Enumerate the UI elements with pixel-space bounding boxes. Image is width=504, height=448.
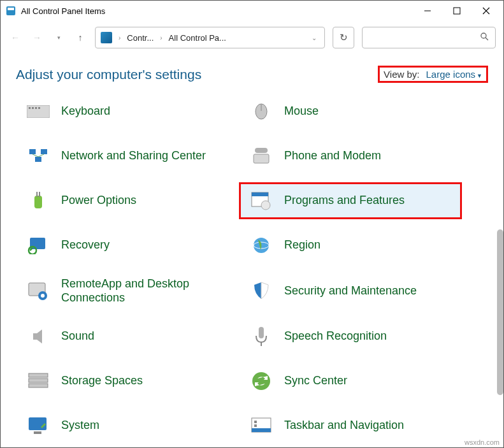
- minimize-button[interactable]: [413, 2, 442, 20]
- item-label: Speech Recognition: [284, 329, 387, 343]
- item-label: Security and Maintenance: [284, 284, 417, 298]
- forward-button[interactable]: →: [30, 31, 44, 45]
- item-label: Recovery: [61, 238, 110, 252]
- item-sync[interactable]: Sync Center: [239, 363, 462, 400]
- svg-rect-1: [8, 8, 14, 10]
- breadcrumb-2[interactable]: All Control Pa...: [169, 33, 226, 43]
- item-label: Region: [284, 238, 320, 252]
- back-button[interactable]: ←: [8, 31, 22, 45]
- svg-point-6: [481, 33, 486, 38]
- item-label: Sound: [61, 329, 94, 343]
- watermark: wsxdn.com: [464, 438, 500, 446]
- item-mouse[interactable]: Mouse: [239, 93, 462, 130]
- item-speech[interactable]: Speech Recognition: [239, 318, 462, 355]
- keyboard-icon: [24, 99, 52, 124]
- item-label: Taskbar and Navigation: [284, 419, 404, 433]
- close-button[interactable]: [472, 2, 501, 20]
- svg-rect-42: [34, 431, 41, 434]
- item-network[interactable]: Network and Sharing Center: [16, 138, 239, 175]
- item-storage[interactable]: Storage Spaces: [16, 363, 239, 400]
- sound-icon: [24, 324, 52, 349]
- speech-icon: [247, 324, 275, 349]
- item-remoteapp[interactable]: RemoteApp and Desktop Connections: [16, 271, 239, 310]
- maximize-button[interactable]: [442, 2, 472, 20]
- view-by-value: Large icons: [426, 69, 476, 80]
- power-icon: [24, 188, 52, 213]
- svg-line-19: [38, 154, 44, 157]
- recovery-icon: [24, 233, 52, 258]
- item-label: RemoteApp and Desktop Connections: [61, 277, 208, 305]
- refresh-button[interactable]: ↻: [333, 27, 354, 48]
- breadcrumb-1[interactable]: Contr...: [127, 33, 154, 43]
- svg-rect-20: [254, 154, 269, 163]
- svg-rect-35: [259, 327, 264, 338]
- sync-icon: [247, 368, 275, 394]
- svg-rect-10: [32, 107, 34, 109]
- item-label: System: [61, 419, 99, 433]
- item-label: Phone and Modem: [284, 149, 381, 163]
- titlebar: All Control Panel Items: [1, 1, 503, 21]
- item-region[interactable]: Region: [239, 227, 462, 264]
- svg-point-27: [261, 201, 270, 210]
- system-icon: [24, 413, 52, 438]
- svg-rect-44: [252, 428, 271, 432]
- item-power[interactable]: Power Options: [16, 182, 239, 219]
- content-area: Keyboard Mouse Network and Sharing Cente…: [1, 89, 503, 447]
- svg-rect-3: [454, 8, 460, 14]
- svg-rect-46: [254, 424, 257, 427]
- item-security[interactable]: Security and Maintenance: [239, 271, 462, 310]
- address-bar[interactable]: › Contr... › All Control Pa... ⌄: [95, 27, 325, 48]
- svg-rect-21: [255, 148, 268, 153]
- svg-rect-39: [29, 384, 48, 387]
- region-icon: [247, 233, 275, 258]
- svg-rect-17: [35, 157, 41, 162]
- item-keyboard[interactable]: Keyboard: [16, 93, 239, 130]
- items-grid: Keyboard Mouse Network and Sharing Cente…: [1, 89, 503, 447]
- item-taskbar[interactable]: Taskbar and Navigation: [239, 407, 462, 444]
- chevron-right-icon: ›: [160, 34, 162, 41]
- window-title: All Control Panel Items: [21, 6, 413, 16]
- caption-buttons: [413, 2, 501, 20]
- svg-rect-26: [252, 192, 268, 196]
- mouse-icon: [247, 99, 275, 124]
- svg-rect-28: [30, 238, 45, 249]
- item-programs[interactable]: Programs and Features: [239, 182, 462, 219]
- svg-rect-11: [35, 107, 37, 109]
- item-label: Mouse: [284, 105, 319, 119]
- chevron-right-icon: ›: [119, 34, 120, 41]
- view-by-selector[interactable]: View by: Large icons▼: [378, 66, 488, 83]
- taskbar-icon: [247, 413, 275, 438]
- toolbar: ← → ▾ ↑ › Contr... › All Control Pa... ⌄…: [1, 21, 503, 54]
- view-by-label: View by:: [384, 69, 419, 80]
- header-row: Adjust your computer's settings View by:…: [1, 54, 503, 89]
- recent-dropdown[interactable]: ▾: [52, 31, 66, 45]
- svg-line-7: [486, 38, 488, 40]
- page-title: Adjust your computer's settings: [16, 67, 201, 82]
- chevron-down-icon[interactable]: ⌄: [312, 34, 317, 41]
- svg-rect-16: [41, 149, 47, 154]
- item-label: Network and Sharing Center: [61, 149, 206, 163]
- control-panel-icon: [6, 5, 17, 17]
- address-bar-icon: [101, 32, 112, 43]
- remoteapp-icon: [24, 278, 52, 304]
- item-recovery[interactable]: Recovery: [16, 227, 239, 264]
- vertical-scrollbar[interactable]: [497, 229, 503, 395]
- item-label: Keyboard: [61, 105, 110, 119]
- svg-rect-22: [34, 196, 42, 208]
- search-input[interactable]: [362, 27, 496, 48]
- svg-rect-45: [254, 421, 257, 423]
- item-sound[interactable]: Sound: [16, 318, 239, 355]
- item-system[interactable]: System: [16, 407, 239, 444]
- svg-rect-9: [29, 107, 31, 109]
- item-label: Sync Center: [284, 374, 347, 388]
- svg-rect-37: [29, 373, 48, 377]
- phone-icon: [247, 143, 275, 169]
- search-icon: [480, 32, 489, 43]
- svg-rect-12: [38, 107, 40, 109]
- programs-icon: [247, 188, 275, 213]
- item-phone[interactable]: Phone and Modem: [239, 138, 462, 175]
- up-button[interactable]: ↑: [73, 31, 87, 45]
- svg-line-18: [32, 154, 38, 157]
- item-label: Power Options: [61, 194, 136, 208]
- item-label: Programs and Features: [284, 194, 405, 208]
